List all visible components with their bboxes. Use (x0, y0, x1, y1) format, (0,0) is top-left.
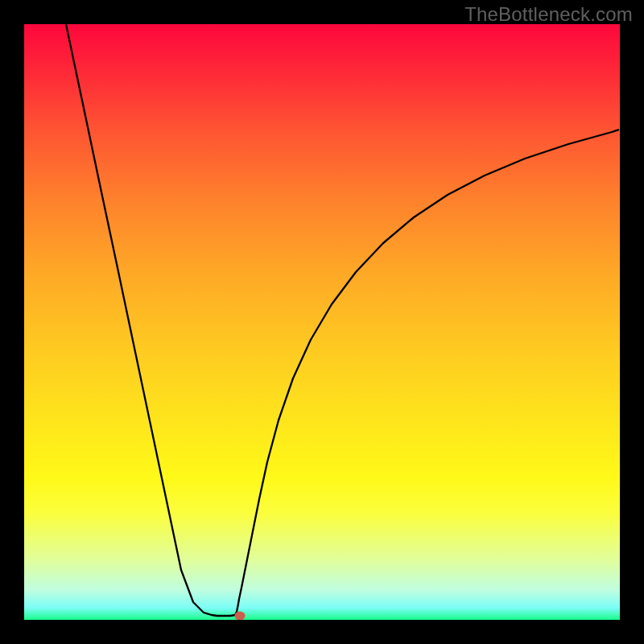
chart-frame: TheBottleneck.com (0, 0, 644, 644)
curve-svg (24, 24, 620, 620)
watermark-text: TheBottleneck.com (464, 3, 633, 26)
plot-area (24, 24, 620, 620)
bottleneck-curve (66, 24, 619, 616)
marker-dot (235, 612, 246, 621)
